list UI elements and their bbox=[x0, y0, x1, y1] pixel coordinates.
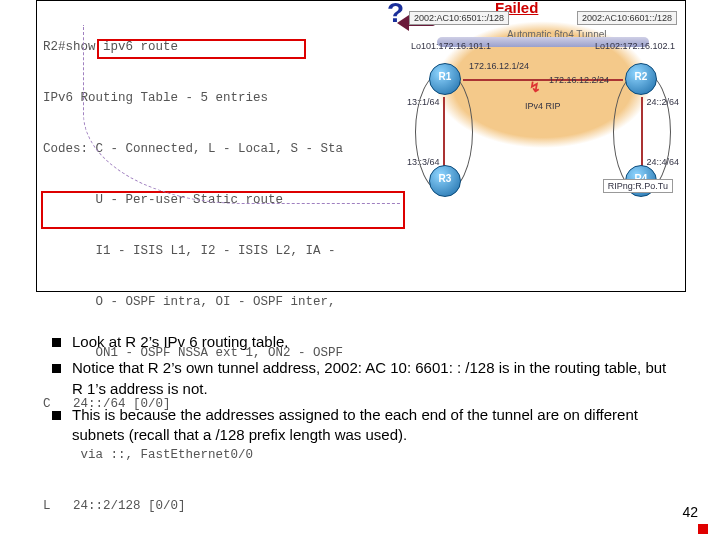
cli-line: Codes: C - Connected, L - Local, S - Sta bbox=[43, 141, 343, 158]
cli-line: O - OSPF intra, OI - OSPF inter, bbox=[43, 294, 343, 311]
ip-r2-s: 172.16.12.2/24 bbox=[549, 75, 609, 85]
bullet-item: Notice that R 2’s own tunnel address, 20… bbox=[52, 358, 680, 399]
if-24-4: 24::4/64 bbox=[646, 157, 679, 167]
bullet-item: Look at R 2’s IPv 6 routing table. bbox=[52, 332, 680, 352]
ipv4-rip-label: IPv4 RIP bbox=[525, 101, 561, 111]
link-break-icon: ↯ bbox=[529, 79, 549, 91]
legend-box: RIPng:R.Po.Tu bbox=[603, 179, 673, 193]
if-24-2: 24::2/64 bbox=[646, 97, 679, 107]
link-r1-r3 bbox=[443, 97, 445, 167]
ip-r1-s: 172.16.12.1/24 bbox=[469, 61, 529, 71]
brand-dot-icon bbox=[698, 524, 708, 534]
if-13-1: 13::1/64 bbox=[407, 97, 440, 107]
addr-r2-tunnel: 2002:AC10:6601::/128 bbox=[577, 11, 677, 25]
cli-line: I1 - ISIS L1, I2 - ISIS L2, IA - bbox=[43, 243, 343, 260]
router-label: R1 bbox=[430, 71, 460, 82]
cli-line: L 24::2/128 [0/0] bbox=[43, 498, 343, 515]
bullet-item: This is because the addresses assigned t… bbox=[52, 405, 680, 446]
if-13-3: 13::3/64 bbox=[407, 157, 440, 167]
bullet-list: Look at R 2’s IPv 6 routing table. Notic… bbox=[52, 332, 680, 451]
router-r2: R2 bbox=[625, 63, 657, 95]
loopback-r2: Lo102:172.16.102.1 bbox=[595, 41, 675, 51]
cli-line: IPv6 Routing Table - 5 entries bbox=[43, 90, 343, 107]
loopback-r1: Lo101:172.16.101.1 bbox=[411, 41, 491, 51]
cli-output: R2#show ipv6 route IPv6 Routing Table - … bbox=[43, 5, 343, 540]
legend-text: RIPng:R.Po.Tu bbox=[608, 181, 668, 191]
network-diagram: Failed 2002:AC10:6501::/128 2002:AC10:66… bbox=[407, 1, 679, 221]
page-number: 42 bbox=[682, 504, 698, 520]
router-r1: R1 bbox=[429, 63, 461, 95]
link-r2-r4 bbox=[641, 97, 643, 167]
router-label: R3 bbox=[430, 173, 460, 184]
router-r3: R3 bbox=[429, 165, 461, 197]
highlight-tunnel-route bbox=[41, 191, 405, 229]
main-panel: R2#show ipv6 route IPv6 Routing Table - … bbox=[36, 0, 686, 292]
addr-r1-tunnel: 2002:AC10:6501::/128 bbox=[409, 11, 509, 25]
router-label: R2 bbox=[626, 71, 656, 82]
highlight-codes bbox=[97, 39, 306, 59]
